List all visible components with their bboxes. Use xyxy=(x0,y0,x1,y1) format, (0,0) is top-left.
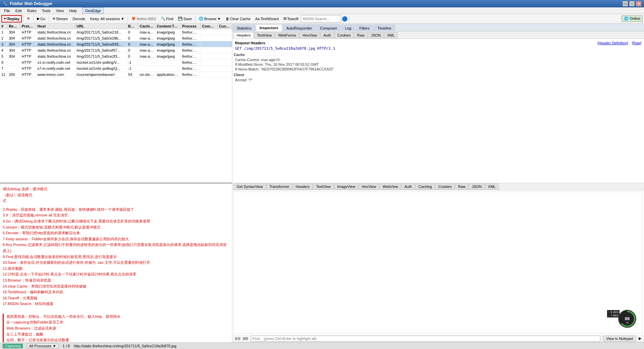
annotation-line: 10.Save：保存会话,对当前捕获到的会话进行保存,存储为 .saz 文件,可… xyxy=(3,260,229,266)
btab-webview[interactable]: WebView xyxy=(379,184,401,190)
x-button[interactable]: ✕ xyxy=(25,15,32,22)
close-button[interactable]: ✕ xyxy=(636,1,641,6)
btab-transformer[interactable]: Transformer xyxy=(266,184,292,190)
annotation-line: 调试debug 选择：缓冲模式 xyxy=(3,186,229,192)
col-process: Process xyxy=(181,23,200,29)
itab-auth[interactable]: Auth xyxy=(320,32,334,38)
tab-timeline[interactable]: Timeline xyxy=(374,24,395,31)
tab-inspectors[interactable]: Inspectors xyxy=(256,24,282,31)
find-input[interactable] xyxy=(251,336,601,342)
btab-getsyntaxview[interactable]: Get SyntaxView xyxy=(234,184,266,190)
itab-headers[interactable]: Headers xyxy=(234,32,254,38)
maximize-button[interactable]: □ xyxy=(629,1,635,6)
col-content-type: Content-Type xyxy=(155,23,181,29)
app-icon: 🔧 xyxy=(3,1,8,6)
menu-help[interactable]: Help xyxy=(66,7,80,14)
find-button[interactable]: 🔍 Find xyxy=(159,15,175,22)
all-processes-button[interactable]: All Processes ▼ xyxy=(27,343,59,349)
tab-statistics[interactable]: Statistics xyxy=(233,24,255,31)
table-row[interactable]: 5 304 HTTP static.firefoxchina.cn /img/2… xyxy=(0,53,232,59)
title-bar-controls[interactable]: — □ ✕ xyxy=(623,1,641,6)
btab-hexview[interactable]: HexView xyxy=(359,184,379,190)
cache-control-line: Cache-Control: max-age=0 xyxy=(234,57,643,62)
browse-button[interactable]: 🌐 Browse ▼ xyxy=(197,15,223,22)
itab-webforms[interactable]: WebForms xyxy=(275,32,299,38)
client-section-title: Client xyxy=(234,73,643,77)
tab-autoresponder[interactable]: AutoResponder xyxy=(283,24,316,31)
response-content-area xyxy=(234,192,643,334)
btab-imageview[interactable]: ImageView xyxy=(334,184,358,190)
header-def-link[interactable]: [Header Definition] xyxy=(598,41,628,45)
find-bar: 0:0 0/0 View in Notepad ▶ xyxy=(232,335,644,342)
view-in-notepad-button[interactable]: View in Notepad xyxy=(603,336,636,342)
clear-cache-button[interactable]: 🗑 Clear Cache xyxy=(224,15,252,22)
itab-cookies[interactable]: Cookies xyxy=(334,32,354,38)
decode-button[interactable]: Decode xyxy=(71,15,87,22)
table-row[interactable]: 1 304 HTTP static.firefoxchina.cn /img/2… xyxy=(0,29,232,35)
table-row[interactable]: 4 304 HTTP static.firefoxchina.cn /img/2… xyxy=(0,47,232,53)
go-button[interactable]: ▶ Go xyxy=(35,15,47,22)
btab-auth[interactable]: Auth xyxy=(401,184,415,190)
itab-textview[interactable]: TextView xyxy=(254,32,275,38)
right-panel-tabs: Statistics Inspectors AutoResponder Comp… xyxy=(232,23,644,32)
go-icon: ▶ xyxy=(37,16,40,21)
col-result: Result xyxy=(7,23,20,29)
replay-icon: ↩ xyxy=(4,16,7,21)
menu-tools[interactable]: Tools xyxy=(39,7,53,14)
keep-sessions-button[interactable]: Keep: All sessions ▼ xyxy=(88,15,126,22)
annotation-line xyxy=(3,204,229,207)
annotation-line: 5.stream：模式切换按钮,流模式和缓冲模式,默认是缓冲模式 xyxy=(3,225,229,231)
raw-link[interactable]: [Raw] xyxy=(632,41,641,45)
btab-textview[interactable]: TextView xyxy=(313,184,334,190)
left-panel: # Result Protocol Host URL Body Caching … xyxy=(0,23,232,342)
toolbar-sep-1 xyxy=(23,15,24,22)
session-count: 1 / 8 xyxy=(62,344,70,348)
text-wizard-button[interactable]: Aa TextWizard xyxy=(253,15,281,22)
btab-raw[interactable]: Raw xyxy=(455,184,468,190)
table-row[interactable]: 11 200 HTTP www.imooc.com /course/ajaxme… xyxy=(0,71,232,78)
tab-composer[interactable]: Composer xyxy=(316,24,341,31)
selected-url: http://static.firefoxchina.cn/img/201711… xyxy=(74,344,177,348)
replay-button[interactable]: ↩ Replay xyxy=(1,15,22,22)
table-row[interactable]: 6 HTTP s1-in-notify.csdn.net /socket.io/… xyxy=(0,59,232,65)
table-row[interactable]: 2 304 HTTP static.firefoxchina.cn /img/2… xyxy=(0,35,232,41)
itab-json[interactable]: JSON xyxy=(368,32,384,38)
btab-json[interactable]: JSON xyxy=(469,184,485,190)
annotation-line: 17.MSDN Search：MSDN搜索 xyxy=(3,301,229,307)
itab-xml[interactable]: XML xyxy=(384,32,398,38)
tab-log[interactable]: Log xyxy=(341,24,355,31)
if-none-match-line: If-None-Match: "AED70228CB89952FFA27F796… xyxy=(234,67,643,71)
expand-icon[interactable]: ▶ xyxy=(639,336,641,341)
annotation-line: （默认）或流模式 xyxy=(3,192,229,198)
browse-icon: 🌐 xyxy=(199,16,203,21)
save-button[interactable]: 💾 Save xyxy=(176,15,194,22)
btab-xml[interactable]: XML xyxy=(485,184,499,190)
menu-rules[interactable]: Rules xyxy=(25,7,39,14)
itab-hexview[interactable]: HexView xyxy=(300,32,320,38)
menu-view[interactable]: View xyxy=(53,7,67,14)
firefox-icon: 🦊 xyxy=(131,16,136,21)
table-row[interactable]: 7 HTTP s7-in-notify.csdn.net /socket.io/… xyxy=(0,65,232,71)
btab-headers[interactable]: Headers xyxy=(293,184,313,190)
itab-raw[interactable]: Raw xyxy=(354,32,368,38)
online-icon: 🌐 xyxy=(624,16,629,20)
tearoff-button[interactable]: ⊞ Tearoff xyxy=(281,15,300,22)
tab-filters[interactable]: Filters xyxy=(356,24,373,31)
find-icon: 🔍 xyxy=(161,16,166,21)
session-list[interactable]: 1 304 HTTP static.firefoxchina.cn /img/2… xyxy=(0,29,232,183)
msdn-icon: 🔵 xyxy=(342,16,348,21)
menu-edit[interactable]: Edit xyxy=(13,7,25,14)
btab-caching[interactable]: Caching xyxy=(415,184,435,190)
btab-cookies[interactable]: Cookies xyxy=(435,184,455,190)
table-row[interactable]: 3 304 HTTP static.firefoxchina.cn /img/2… xyxy=(0,41,232,47)
minimize-button[interactable]: — xyxy=(623,1,628,6)
msdn-search-input[interactable] xyxy=(301,15,341,22)
status-bar: Capturing All Processes ▼ 1 / 8 http://s… xyxy=(0,342,644,349)
annotation-line: 7.Keep session：Fiddler会保持多少会话,保存会话数量越多占用… xyxy=(3,236,229,242)
stream-button[interactable]: ≋ Stream xyxy=(50,15,70,22)
firefox-process-button[interactable]: 🦊 firefox:3052 xyxy=(129,15,158,22)
geoedge-tab[interactable]: GeoEdge xyxy=(82,7,104,14)
footnote-line: 左三上节课提过，截断 xyxy=(6,332,229,338)
col-caching: Caching xyxy=(138,23,155,29)
menu-file[interactable]: File xyxy=(1,7,13,14)
